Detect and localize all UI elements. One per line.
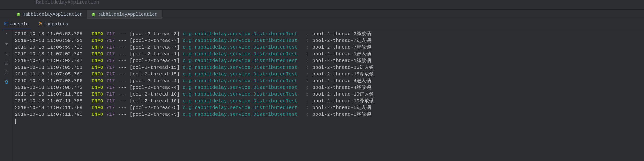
trash-icon[interactable] — [4, 79, 9, 85]
run-tab-0[interactable]: RabbitdelayApplication — [12, 10, 87, 19]
scroll-to-end-icon[interactable] — [4, 60, 9, 66]
run-main-area: 2019-10-18 11:06:53.705 INFO 717 --- [po… — [0, 29, 644, 161]
tab-console-label: Console — [10, 22, 29, 27]
svg-rect-4 — [4, 22, 8, 25]
log-line: 2019-10-18 11:07:11.789 INFO 717 --- [po… — [15, 104, 642, 111]
run-config-tabs: RabbitdelayApplication RabbitdelayApplic… — [0, 10, 644, 19]
spring-boot-icon — [16, 12, 20, 16]
svg-rect-8 — [6, 71, 7, 72]
run-tab-1[interactable]: RabbitdelayApplication — [87, 10, 162, 19]
console-output[interactable]: 2019-10-18 11:06:53.705 INFO 717 --- [po… — [13, 29, 644, 161]
down-icon[interactable] — [4, 41, 9, 46]
log-line: 2019-10-18 11:07:08.766 INFO 717 --- [po… — [15, 78, 642, 84]
svg-rect-9 — [6, 73, 7, 74]
up-icon[interactable] — [4, 31, 9, 37]
print-icon[interactable] — [4, 70, 9, 75]
log-line: 2019-10-18 11:07:05.760 INFO 717 --- [oo… — [15, 71, 642, 78]
log-cursor — [15, 118, 642, 124]
tab-endpoints[interactable]: Endpoints — [36, 20, 70, 28]
run-tab-label: RabbitdelayApplication — [22, 12, 82, 17]
tab-endpoints-label: Endpoints — [44, 22, 68, 27]
svg-point-3 — [93, 14, 94, 15]
soft-wrap-icon[interactable] — [4, 50, 9, 56]
run-sub-tabs: Console Endpoints — [0, 19, 644, 29]
run-tab-label: RabbitdelayApplication — [98, 12, 158, 17]
svg-point-1 — [18, 14, 19, 15]
log-line: 2019-10-18 11:06:53.705 INFO 717 --- [po… — [15, 31, 642, 38]
header-bar: RabbitdelayApplication — [0, 0, 644, 10]
log-line: 2019-10-18 11:07:02.740 INFO 717 --- [po… — [15, 51, 642, 58]
log-line: 2019-10-18 11:07:11.788 INFO 717 --- [oo… — [15, 98, 642, 104]
console-gutter — [0, 29, 13, 161]
log-line: 2019-10-18 11:07:02.747 INFO 717 --- [po… — [15, 58, 642, 64]
log-line: 2019-10-18 11:06:59.723 INFO 717 --- [po… — [15, 44, 642, 51]
log-line: 2019-10-18 11:07:11.790 INFO 717 --- [po… — [15, 111, 642, 118]
tab-console[interactable]: Console — [2, 20, 31, 28]
log-line: 2019-10-18 11:06:59.721 INFO 717 --- [po… — [15, 38, 642, 44]
log-line: 2019-10-18 11:07:08.772 INFO 717 --- [po… — [15, 84, 642, 91]
log-line: 2019-10-18 11:07:11.785 INFO 717 --- [oo… — [15, 91, 642, 98]
spring-boot-icon — [91, 12, 96, 16]
actuator-icon — [38, 22, 42, 27]
app-title-dim: RabbitdelayApplication — [36, 0, 99, 5]
console-icon — [4, 22, 8, 27]
log-line: 2019-10-18 11:07:05.751 INFO 717 --- [oo… — [15, 64, 642, 71]
